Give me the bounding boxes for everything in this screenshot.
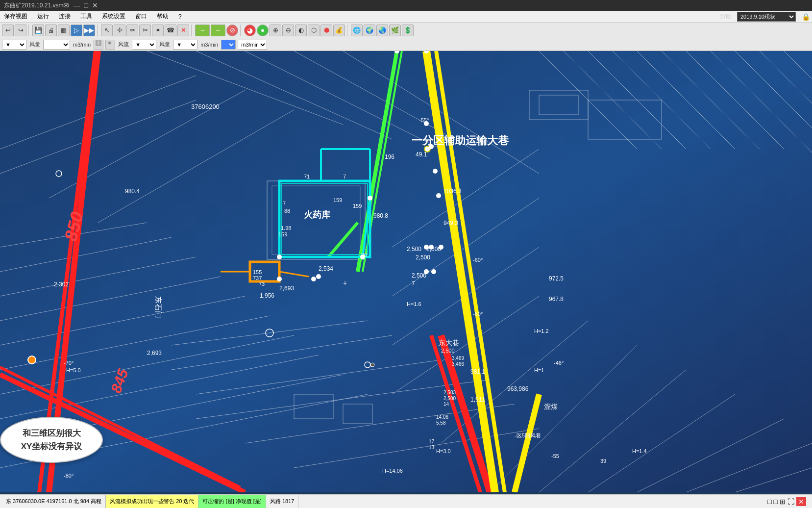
toolbar-globe3[interactable]: 🌏 [376,25,388,36]
speech-bubble: 和三维区别很大 XY坐标没有异议 [0,417,103,463]
svg-text:2,534: 2,534 [319,265,333,272]
maximize-button[interactable]: □ [84,1,88,9]
svg-point-76 [277,254,282,259]
svg-text:溜煤: 溜煤 [544,403,558,410]
stage-select[interactable]: 2019.9.10现状 [737,12,796,22]
wind-type-select2[interactable]: ▼ [173,40,197,50]
svg-point-166 [277,277,282,281]
menu-run[interactable]: 运行 [35,11,51,22]
toolbar-dollar[interactable]: 💰 [333,25,345,36]
toolbar-pie[interactable]: ◕ [244,25,256,36]
toolbar-move[interactable]: ✢ [114,25,125,36]
toolbar-draw[interactable]: ✏ [126,25,138,36]
speech-line2: XY坐标没有异议 [8,441,95,452]
toolbar-phone[interactable]: ☎ [165,25,176,36]
toolbar-brightness[interactable]: ◐ [295,25,307,36]
status-coord-text: 东 37606030.0E 4197161.0 北 984 高程 [6,498,101,505]
status-message-text: 风流模拟成功出现一些警告 20 迭代 [110,498,194,505]
svg-text:2,693: 2,693 [147,350,162,356]
wind-label2: 风量 [158,41,171,48]
toolbar-save[interactable]: 💾 [32,25,44,36]
svg-text:1.98: 1.98 [281,225,291,231]
status-pressure: 可压缩的 [是] 净现值 [是] [198,495,266,508]
svg-point-87 [431,269,436,274]
menu-connect[interactable]: 连接 [57,11,73,22]
toolbar-hex2[interactable]: ⬢ [320,25,332,36]
svg-text:2,500: 2,500 [441,348,455,354]
menu-window[interactable]: 窗口 [133,11,149,22]
status-icon-1[interactable]: □ [767,498,771,506]
toolbar-no[interactable]: ⊘ [226,25,238,36]
toolbar2-btn1[interactable]: T [94,40,103,50]
minimize-button[interactable]: — [73,1,80,9]
svg-text:东石门: 东石门 [154,296,163,318]
svg-text:963,986: 963,986 [507,385,529,392]
svg-text:1,911: 1,911 [470,396,485,403]
toolbar-close-x[interactable]: ✕ [177,25,189,36]
menu-tools[interactable]: 工具 [78,11,94,22]
arrow-select[interactable]: → [221,40,236,50]
toolbar-separator-2 [97,25,99,36]
svg-text:737: 737 [253,275,262,281]
toolbar-circle-green[interactable]: ● [257,25,269,36]
toolbar-redo[interactable]: ↪ [15,25,26,36]
svg-text:981.1: 981.1 [470,368,485,375]
toolbar-grid[interactable]: ▦ [58,25,70,36]
svg-text:1036.3: 1036.3 [443,188,462,195]
menu-help[interactable]: 帮助 [155,11,171,22]
toolbar-star[interactable]: ✦ [152,25,164,36]
menu-help-icon[interactable]: ? [176,12,184,21]
svg-text:2,302: 2,302 [54,281,69,288]
toolbar-arrow-right[interactable]: → [195,25,210,36]
status-icon-4[interactable]: ⛶ [787,498,794,506]
status-close-icon[interactable]: ✕ [796,497,806,506]
menu-save-view[interactable]: 保存视图 [2,11,29,22]
svg-text:88: 88 [284,208,290,214]
svg-text:949.3: 949.3 [443,220,458,227]
wind-quantity-select[interactable]: ▼ [2,40,26,50]
svg-text:-60°: -60° [473,311,483,317]
svg-text:7: 7 [412,280,415,287]
unit-select2[interactable]: m3/min [238,40,267,50]
svg-point-162 [424,121,429,126]
close-button[interactable]: ✕ [92,1,98,9]
toolbar-undo[interactable]: ↩ [2,25,14,36]
svg-text:7: 7 [343,174,346,179]
toolbar-globe2[interactable]: 🌍 [364,25,375,36]
window-controls[interactable]: ✉ — □ ✕ [63,1,98,9]
airflow-select[interactable]: ▼ [132,40,156,50]
svg-text:49.1: 49.1 [416,151,427,158]
email-icon[interactable]: ✉ [63,1,69,9]
status-pressure-text: 可压缩的 [是] 净现值 [是] [202,498,261,505]
svg-text:H=1.2: H=1.2 [534,328,549,334]
toolbar-globe1[interactable]: 🌐 [351,25,363,36]
toolbar-cut[interactable]: ✂ [139,25,151,36]
toolbar-play[interactable]: ▷ [71,25,82,36]
menu-settings[interactable]: 系统设置 [100,11,127,22]
toolbar-arrow-left[interactable]: ← [211,25,225,36]
svg-text:H=1.6: H=1.6 [407,301,421,307]
svg-text:一分区辅助运输大巷: 一分区辅助运输大巷 [412,134,509,147]
toolbar-select[interactable]: ↖ [101,25,113,36]
toolbar2-btn2[interactable]: ≋ [105,40,115,50]
toolbar-hex1[interactable]: ⬡ [308,25,320,36]
svg-text:980.4: 980.4 [125,188,140,195]
speech-line1: 和三维区别很大 [8,428,95,439]
toolbar-currency[interactable]: 💲 [402,25,414,36]
toolbar-play-fast[interactable]: ▶▶ [83,25,95,36]
toolbar-zoom-out[interactable]: ⊖ [282,25,294,36]
toolbar-print[interactable]: 🖨 [45,25,57,36]
wind-quantity-type-select[interactable] [43,40,70,50]
t-icon: T [96,40,101,46]
svg-text:159: 159 [278,231,287,237]
statusbar: 东 37606030.0E 4197161.0 北 984 高程 风流模拟成功出… [0,494,812,508]
map-canvas: 37606200 一分区辅助运输大巷 980.4 2,302 71 7 7 88… [0,51,812,492]
toolbar-leaf[interactable]: 🌿 [389,25,401,36]
wind-unit1: m3/min [72,42,92,48]
toolbar-zoom-in[interactable]: ⊕ [270,25,281,36]
secondary-toolbar: ▼ 风量 m3/min T ≋ 风流 ▼ 风量 ▼ m3/min → m3/mi… [0,38,812,51]
status-icon-2[interactable]: □ [774,498,778,506]
svg-text:H=1.4: H=1.4 [632,448,647,454]
svg-text:2,500: 2,500 [407,246,421,253]
status-icon-3[interactable]: ⊞ [780,498,786,506]
